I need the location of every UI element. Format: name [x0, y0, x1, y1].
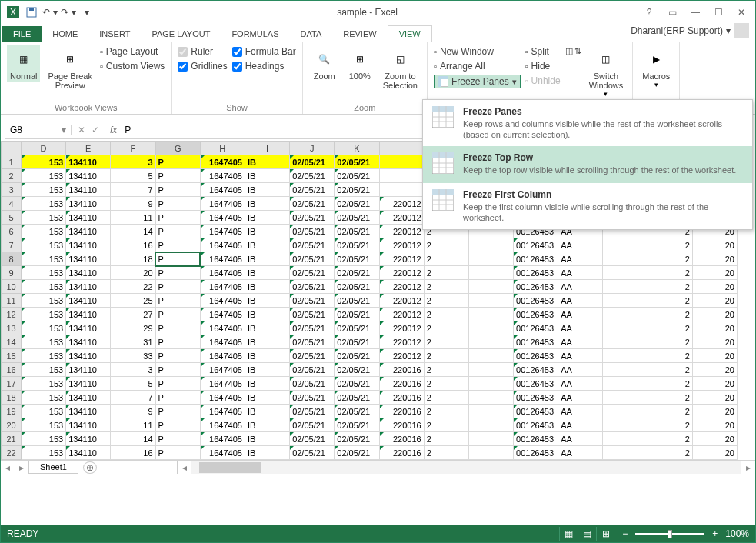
cell[interactable]: 02/05/21 — [335, 335, 379, 349]
cell[interactable]: 2 — [648, 418, 692, 432]
tab-review[interactable]: REVIEW — [332, 26, 387, 42]
cell[interactable]: IB — [245, 238, 289, 252]
cell[interactable]: 02/05/21 — [335, 197, 379, 211]
cell[interactable]: 220012 — [379, 321, 424, 335]
cell[interactable]: 02/05/21 — [335, 321, 379, 335]
cell[interactable]: 00126453 — [514, 432, 558, 446]
cell[interactable]: 2 — [424, 238, 468, 252]
cell[interactable]: 02/05/21 — [290, 349, 335, 363]
cell[interactable]: 153 — [22, 363, 66, 377]
cell[interactable]: P — [155, 418, 200, 432]
cell[interactable]: P — [155, 363, 200, 377]
cell[interactable]: 02/05/21 — [290, 405, 335, 418]
cell[interactable]: 02/05/21 — [290, 418, 335, 432]
cell[interactable]: 220012 — [379, 197, 424, 211]
zoom-button[interactable]: 🔍Zoom — [309, 45, 340, 82]
undo-icon[interactable]: ↶ ▾ — [41, 3, 59, 22]
cell[interactable]: AA — [558, 377, 603, 391]
cell[interactable]: 153 — [22, 225, 66, 238]
cell[interactable]: 02/05/21 — [335, 349, 379, 363]
cell[interactable] — [468, 432, 513, 446]
cell[interactable]: 20 — [692, 446, 737, 460]
cell[interactable] — [468, 391, 513, 405]
cell[interactable]: 9 — [111, 197, 155, 211]
cell[interactable]: 1647405 — [200, 432, 245, 446]
cell[interactable]: P — [155, 321, 200, 335]
cell[interactable]: AA — [558, 391, 603, 405]
cell[interactable] — [603, 266, 648, 280]
cell[interactable]: 2 — [424, 377, 468, 391]
cell[interactable]: 2 — [648, 377, 692, 391]
cell[interactable]: 31 — [111, 335, 155, 349]
cell[interactable]: 2 — [648, 294, 692, 308]
cell[interactable]: P — [155, 211, 200, 225]
cell[interactable]: 153 — [22, 252, 66, 266]
fx-icon[interactable]: fx — [105, 125, 122, 135]
zoom-in-icon[interactable]: + — [712, 528, 718, 539]
cell[interactable]: AA — [558, 418, 603, 432]
cell[interactable] — [603, 238, 648, 252]
cell[interactable]: 20 — [692, 377, 737, 391]
cell[interactable]: 2 — [424, 280, 468, 294]
hscroll-left-icon[interactable]: ◂ — [178, 462, 191, 473]
cell[interactable]: 00126453 — [514, 405, 558, 418]
cell[interactable] — [603, 446, 648, 460]
cell[interactable]: 2 — [424, 363, 468, 377]
cell[interactable]: 153 — [22, 377, 66, 391]
cell[interactable] — [603, 321, 648, 335]
cell[interactable]: 18 — [111, 252, 155, 266]
cell[interactable]: 02/05/21 — [290, 432, 335, 446]
tab-formulas[interactable]: FORMULAS — [221, 26, 289, 42]
cell[interactable]: 1647405 — [200, 377, 245, 391]
cell[interactable]: 2 — [648, 446, 692, 460]
cell[interactable]: 11 — [111, 211, 155, 225]
cell[interactable]: AA — [558, 266, 603, 280]
cell[interactable]: IB — [245, 432, 289, 446]
minimize-icon[interactable]: — — [684, 4, 706, 21]
cell[interactable]: IB — [245, 377, 289, 391]
arrange-all-button[interactable]: ▫ Arrange All — [434, 60, 521, 72]
cell[interactable]: 153 — [22, 211, 66, 225]
cell[interactable]: 220016 — [379, 418, 424, 432]
pagebreak-view-button[interactable]: ⊞Page Break Preview — [45, 45, 95, 92]
cell[interactable]: 220012 — [379, 308, 424, 321]
cell[interactable]: 220016 — [379, 405, 424, 418]
cell[interactable]: 2 — [648, 335, 692, 349]
cell[interactable]: 00126453 — [514, 266, 558, 280]
cell[interactable]: 220016 — [379, 363, 424, 377]
cell[interactable]: 2 — [648, 321, 692, 335]
cell[interactable]: 153 — [22, 321, 66, 335]
cell[interactable] — [603, 405, 648, 418]
row-header[interactable]: 11 — [2, 294, 22, 308]
cell[interactable]: 20 — [692, 321, 737, 335]
cell[interactable]: IB — [245, 183, 289, 197]
row-header[interactable]: 17 — [2, 377, 22, 391]
cell[interactable]: IB — [245, 266, 289, 280]
cell[interactable]: 1647405 — [200, 211, 245, 225]
cell[interactable]: 02/05/21 — [335, 169, 379, 183]
cell[interactable]: 153 — [22, 391, 66, 405]
row-header[interactable]: 14 — [2, 335, 22, 349]
cell[interactable]: 153 — [22, 183, 66, 197]
accept-formula-icon[interactable]: ✓ — [92, 125, 99, 135]
cell[interactable]: 134110 — [66, 321, 111, 335]
cell[interactable]: 00126453 — [514, 446, 558, 460]
column-header[interactable]: I — [245, 142, 289, 155]
row-header[interactable]: 13 — [2, 321, 22, 335]
cell[interactable] — [379, 155, 424, 169]
cell[interactable]: 1647405 — [200, 252, 245, 266]
cell[interactable]: 134110 — [66, 446, 111, 460]
cell[interactable]: 02/05/21 — [290, 280, 335, 294]
new-window-button[interactable]: ▫ New Window — [434, 45, 521, 58]
cell[interactable]: 02/05/21 — [290, 225, 335, 238]
close-icon[interactable]: ✕ — [731, 4, 752, 21]
cell[interactable]: 2 — [424, 446, 468, 460]
cell[interactable]: 02/05/21 — [290, 294, 335, 308]
cell[interactable]: 00126453 — [514, 391, 558, 405]
cell[interactable]: 153 — [22, 169, 66, 183]
cell[interactable]: 153 — [22, 197, 66, 211]
cell[interactable]: 1647405 — [200, 266, 245, 280]
cell[interactable]: IB — [245, 197, 289, 211]
row-header[interactable]: 9 — [2, 266, 22, 280]
cell[interactable]: 02/05/21 — [290, 183, 335, 197]
